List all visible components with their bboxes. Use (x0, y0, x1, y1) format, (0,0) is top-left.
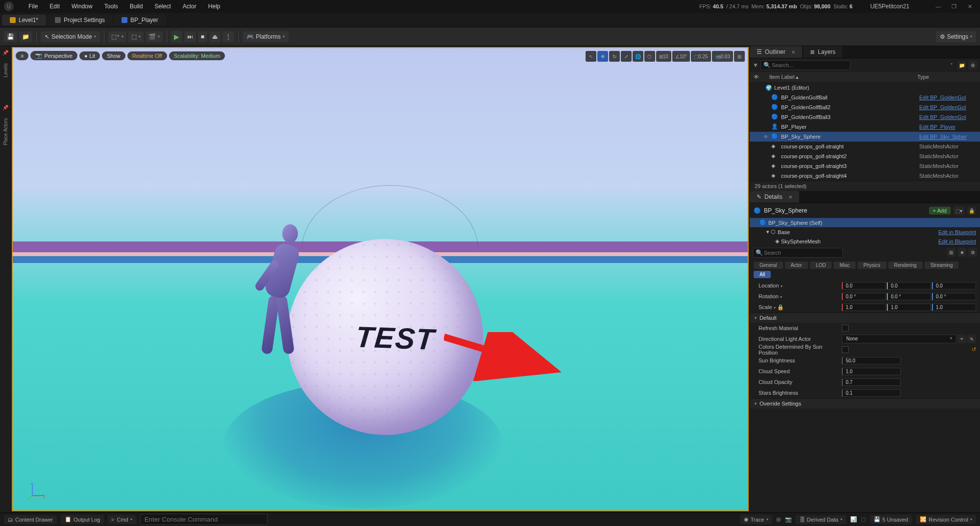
revision-control-button[interactable]: 🔀Revision Control▾ (916, 515, 976, 524)
picker-icon[interactable]: ⌖ (957, 335, 966, 343)
outliner-search-input[interactable] (760, 60, 851, 70)
favorites-button[interactable]: ★ (957, 248, 966, 257)
menu-actor[interactable]: Actor (177, 3, 202, 10)
outliner-row[interactable]: ◈course-props_golf-straight2StaticMeshAc… (750, 151, 980, 161)
realtime-toggle[interactable]: Realtime Off (127, 51, 167, 60)
translate-tool[interactable]: ✥ (597, 51, 608, 62)
cloud-speed-input[interactable]: 1.0 (842, 368, 901, 375)
unsaved-button[interactable]: 💾5 Unsaved (870, 515, 912, 524)
viewport-maximize[interactable]: ⊞ (734, 51, 745, 62)
add-component-button[interactable]: + Add (929, 207, 951, 215)
tab-project-settings[interactable]: Project Settings (47, 15, 113, 25)
outliner-row[interactable]: 🔵BP_GoldenGolfBall2Edit BP_GoldenGol (750, 102, 980, 112)
details-settings-button[interactable]: ⚙ (968, 248, 977, 257)
world-local-toggle[interactable]: 🌐 (633, 51, 643, 62)
column-type[interactable]: Type (917, 74, 976, 80)
directional-light-dropdown[interactable]: None▾ (842, 335, 956, 343)
status-icon[interactable]: ⬚ (861, 516, 866, 523)
status-icon[interactable]: 📊 (850, 516, 857, 523)
column-item-label[interactable]: Item Label ▴ (761, 74, 917, 80)
menu-file[interactable]: File (23, 3, 44, 10)
minimize-button[interactable]: — (932, 1, 945, 11)
show-button[interactable]: Show (102, 51, 125, 60)
add-content-button[interactable]: ⬚⁺▾ (108, 31, 126, 42)
browse-button[interactable]: 📁 (19, 31, 32, 42)
reset-icon[interactable]: ↺ (972, 346, 976, 353)
rotation-x-input[interactable]: 0.0 ° (842, 293, 886, 300)
outliner-row[interactable]: 🔵BP_GoldenGolfBallEdit BP_GoldenGol (750, 93, 980, 102)
derived-data-button[interactable]: 🗄Derived Data▾ (796, 515, 846, 524)
outliner-tab[interactable]: ☰Outliner✕ (750, 46, 802, 58)
outliner-row[interactable]: ◈course-props_golf-straight3StaticMeshAc… (750, 161, 980, 171)
settings-button[interactable]: ⚙Settings▾ (936, 31, 976, 42)
surface-snap[interactable]: ⬡ (644, 51, 655, 62)
location-x-input[interactable]: 0.0 (842, 282, 886, 289)
details-tab[interactable]: ✎Details✕ (750, 191, 799, 203)
layers-tab[interactable]: ≣Layers (803, 46, 842, 58)
viewport-menu-button[interactable]: ≡ (16, 51, 28, 60)
menu-tools[interactable]: Tools (98, 3, 124, 10)
close-button[interactable]: ✕ (963, 1, 976, 11)
cmd-button[interactable]: ▹Cmd▾ (108, 515, 136, 524)
pin-icon[interactable]: 📌 (2, 105, 8, 110)
rotate-tool[interactable]: ↻ (609, 51, 620, 62)
tab-level[interactable]: Level1* (2, 15, 46, 25)
filter-lod[interactable]: LOD (810, 262, 832, 269)
lock-button[interactable]: 🔒 (967, 206, 976, 215)
component-base[interactable]: ▾ ⬡BaseEdit in Blueprint (750, 227, 980, 237)
filter-general[interactable]: General (754, 262, 783, 269)
details-search-input[interactable] (753, 248, 843, 258)
menu-build[interactable]: Build (124, 3, 149, 10)
console-input[interactable] (140, 514, 268, 525)
category-override[interactable]: Override Settings (750, 398, 980, 408)
sun-brightness-input[interactable]: 50.0 (842, 357, 901, 364)
filter-physics[interactable]: Physics (858, 262, 886, 269)
play-button[interactable]: ▶ (171, 31, 182, 43)
rotation-z-input[interactable]: 0.0 ° (932, 293, 976, 300)
eye-icon[interactable]: 👁 (763, 134, 771, 140)
tab-bp-player[interactable]: BP_Player (114, 15, 166, 25)
eye-icon[interactable]: 👁 (754, 74, 761, 80)
property-matrix-button[interactable]: ⊞ (947, 248, 956, 257)
menu-help[interactable]: Help (202, 3, 226, 10)
outliner-row[interactable]: ◈course-props_golf-straight4StaticMeshAc… (750, 171, 980, 181)
scalability-button[interactable]: Scalability: Medium (169, 51, 225, 60)
lit-mode-button[interactable]: ●Lit (79, 51, 100, 60)
angle-snap[interactable]: ∠ 10° (672, 51, 690, 62)
outliner-row[interactable]: 🔵BP_GoldenGolfBall3Edit BP_GoldenGol (750, 112, 980, 122)
outliner-row[interactable]: ◈course-props_golf-straightStaticMeshAct… (750, 142, 980, 151)
cinematics-button[interactable]: 🎬▾ (146, 31, 163, 42)
grid-snap[interactable]: ⊞ 10 (656, 51, 671, 62)
filter-rendering[interactable]: Rendering (888, 262, 923, 269)
edit-in-blueprint-link[interactable]: Edit in Blueprint (938, 239, 976, 244)
edit-in-blueprint-link[interactable]: Edit in Blueprint (938, 229, 976, 235)
filter-actor[interactable]: Actor (785, 262, 808, 269)
scale-y-input[interactable]: 1.0 (887, 304, 931, 311)
select-tool[interactable]: ↖ (586, 51, 596, 62)
play-options-button[interactable]: ⋮ (222, 31, 234, 42)
category-default[interactable]: Default (750, 312, 980, 323)
scale-snap[interactable]: ⬚ 0.25 (691, 51, 710, 62)
outliner-world-row[interactable]: 🌍Level1 (Editor) (750, 83, 980, 93)
step-button[interactable]: ⏭ (184, 31, 196, 42)
scale-z-input[interactable]: 1.0 (932, 304, 976, 311)
filter-icon[interactable]: ▼ (753, 62, 759, 69)
trace-button[interactable]: ◉Trace▾ (740, 515, 772, 524)
refresh-material-checkbox[interactable] (842, 325, 849, 332)
rail-levels[interactable]: Levels (3, 63, 8, 77)
component-self[interactable]: 🔵BP_Sky_Sphere (Self) (750, 218, 980, 227)
location-z-input[interactable]: 0.0 (932, 282, 976, 289)
menu-select[interactable]: Select (148, 3, 176, 10)
stars-brightness-input[interactable]: 0.1 (842, 389, 901, 397)
platforms-button[interactable]: 🎮Platforms▾ (243, 31, 289, 42)
close-icon[interactable]: ✕ (791, 49, 795, 55)
scale-x-input[interactable]: 1.0 (842, 304, 886, 311)
output-log-button[interactable]: 📋Output Log (61, 515, 104, 524)
rotation-y-input[interactable]: 0.0 ° (887, 293, 931, 300)
menu-edit[interactable]: Edit (44, 3, 66, 10)
chevron-down-icon[interactable]: ▾ (781, 284, 783, 288)
content-drawer-button[interactable]: 🗂Content Drawer (4, 515, 57, 524)
camera-speed[interactable]: 📹 0.83 (712, 51, 733, 62)
menu-window[interactable]: Window (66, 3, 98, 10)
browse-blueprint-button[interactable]: ⬚▾ (954, 206, 964, 215)
